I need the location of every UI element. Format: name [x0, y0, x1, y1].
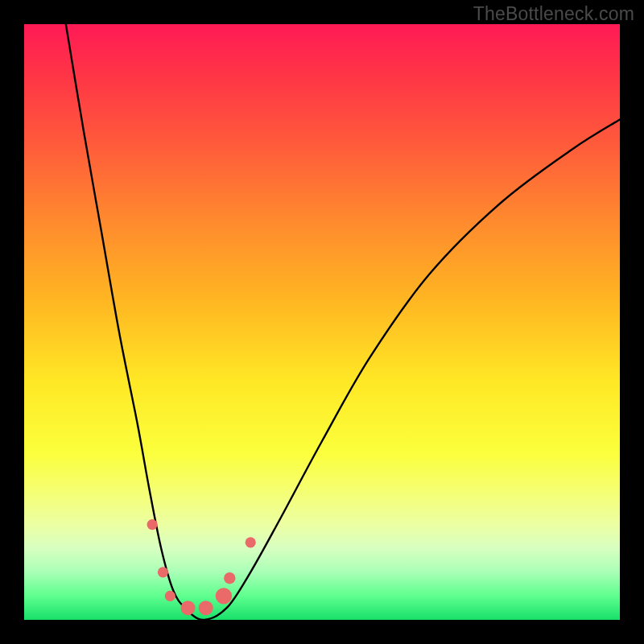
curve-marker — [158, 567, 168, 577]
curve-marker — [246, 537, 256, 547]
curve-marker — [181, 601, 196, 615]
bottleneck-curve — [66, 24, 620, 620]
curve-marker — [147, 519, 158, 530]
curve-markers — [147, 519, 256, 615]
curve-layer — [24, 24, 620, 620]
curve-marker — [224, 572, 235, 584]
curve-marker — [199, 601, 213, 615]
curve-marker — [216, 588, 232, 604]
chart-frame: TheBottleneck.com — [0, 0, 644, 644]
watermark-text: TheBottleneck.com — [473, 3, 634, 25]
plot-area — [24, 24, 620, 620]
curve-marker — [165, 591, 175, 601]
